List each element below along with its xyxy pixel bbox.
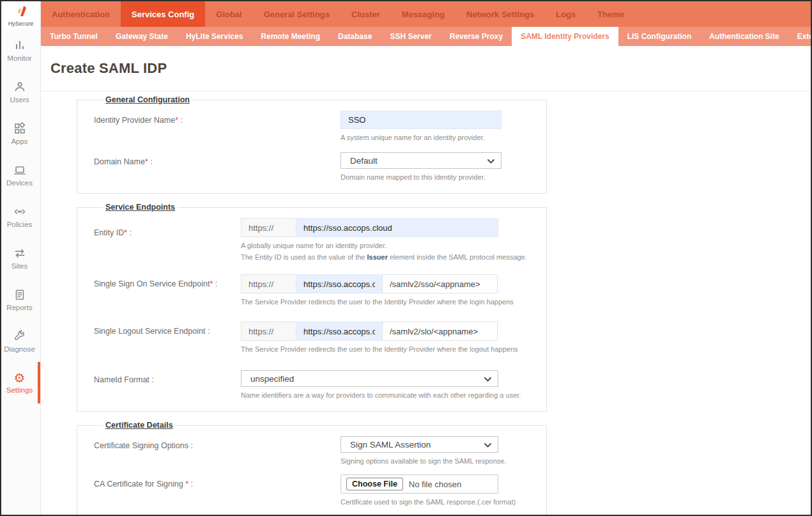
field-row-signing-options: Certificate Signing Options : Sign SAML …: [94, 436, 535, 467]
sso-endpoint-group: https://: [241, 274, 514, 293]
sub-navigation: Turbo Tunnel Gateway State HyLite Servic…: [41, 27, 811, 46]
field-row-entity-id: Entity ID* : https:// A globally unique …: [94, 218, 535, 263]
slo-endpoint-host-input[interactable]: [296, 322, 383, 341]
subtab-reverse-proxy[interactable]: Reverse Proxy: [441, 27, 512, 46]
section-legend: Certificate Details: [103, 421, 176, 430]
field-row-ca-certificate: CA Certificate for Signing * : Choose Fi…: [94, 474, 535, 515]
swap-arrows-icon: [13, 246, 27, 260]
nameid-format-help: Name identifiers are a way for providers…: [241, 390, 521, 401]
sidebar-item-label: Diagnose: [4, 345, 35, 353]
slo-endpoint-path-input[interactable]: [382, 322, 498, 341]
subtab-turbo-tunnel[interactable]: Turbo Tunnel: [41, 27, 107, 46]
subtab-lis-configuration[interactable]: LIS Configuration: [618, 27, 701, 46]
brand-name: HySecure: [8, 20, 34, 27]
hysecure-logo-icon: [14, 4, 28, 20]
ca-certificate-file-input[interactable]: Choose File No file chosen: [341, 474, 498, 494]
tab-general-settings[interactable]: General Settings: [253, 1, 341, 27]
field-row-domain-name: Domain Name* : Default Domain name mappe…: [94, 152, 535, 183]
ca-certificate-choose-file-button[interactable]: Choose File: [346, 478, 403, 490]
signing-options-select[interactable]: Sign SAML Assertion: [341, 436, 498, 453]
subtab-gateway-state[interactable]: Gateway State: [107, 27, 177, 46]
sidebar-item-settings[interactable]: ⚙ Settings: [1, 362, 40, 403]
subtab-ssh-server[interactable]: SSH Server: [381, 27, 440, 46]
ca-certificate-label: CA Certificate for Signing * :: [94, 474, 341, 489]
domain-name-label: Domain Name* :: [94, 152, 341, 166]
idp-name-input[interactable]: [341, 111, 502, 129]
domain-name-select[interactable]: Default: [341, 152, 502, 169]
tab-theme[interactable]: Theme: [586, 1, 635, 27]
tab-logs[interactable]: Logs: [545, 1, 586, 27]
tab-global[interactable]: Global: [205, 1, 252, 27]
sso-endpoint-help: The Service Provider redirects the user …: [241, 297, 514, 308]
subtab-database[interactable]: Database: [329, 27, 381, 46]
tab-network-settings[interactable]: Network Settings: [456, 1, 545, 27]
top-navigation: Authentication Services Config Global Ge…: [41, 1, 811, 27]
idp-name-help: A system unique name for an identity pro…: [341, 132, 502, 143]
sidebar-item-users[interactable]: Users: [1, 71, 40, 113]
sidebar-item-label: Apps: [11, 137, 27, 145]
field-row-nameid-format: NameId Format : unspecified Name identif…: [94, 370, 535, 401]
slo-endpoint-label: Single Logout Service Endpoint :: [94, 322, 241, 336]
sidebar-item-policies[interactable]: Policies: [1, 196, 40, 237]
sidebar-item-label: Reports: [6, 304, 32, 311]
user-icon: [13, 80, 27, 94]
tab-services-config[interactable]: Services Config: [121, 1, 205, 27]
tab-cluster[interactable]: Cluster: [341, 1, 391, 27]
entity-id-help-2: The Entity ID is used as the value of th…: [241, 252, 527, 263]
laptop-icon: [13, 163, 27, 177]
content-divider: [41, 91, 811, 91]
ca-certificate-file-status: No file chosen: [409, 480, 461, 489]
sidebar-item-devices[interactable]: Devices: [1, 154, 40, 196]
signing-options-label: Certificate Signing Options :: [94, 436, 341, 450]
brand-logo[interactable]: HySecure: [1, 1, 40, 29]
sidebar-item-reports[interactable]: Reports: [1, 279, 40, 320]
nameid-format-select[interactable]: unspecified: [241, 370, 498, 387]
entity-id-help-1: A globally unique name for an identity p…: [241, 240, 527, 251]
domain-name-help: Domain name mapped to this identity prov…: [341, 172, 502, 183]
sso-endpoint-host-input[interactable]: [296, 274, 383, 293]
app-window: HySecure Monitor Users: [1, 1, 811, 515]
sidebar-item-label: Monitor: [7, 54, 31, 62]
section-legend: General Configuration: [103, 95, 192, 104]
gear-icon: ⚙: [14, 371, 26, 384]
sidebar: HySecure Monitor Users: [1, 1, 41, 515]
sidebar-item-monitor[interactable]: Monitor: [1, 29, 40, 71]
sidebar-item-apps[interactable]: Apps: [1, 113, 40, 154]
subtab-remote-meeting[interactable]: Remote Meeting: [252, 27, 329, 46]
nameid-format-label: NameId Format :: [94, 370, 241, 384]
sidebar-item-label: Users: [10, 96, 29, 104]
subtab-hylite-services[interactable]: HyLite Services: [177, 27, 252, 46]
ca-certificate-help: Certificate used to sign the SAML respon…: [341, 497, 516, 508]
slo-endpoint-help: The Service Provider redirects the user …: [241, 344, 518, 355]
bar-chart-icon: [13, 38, 27, 52]
page-title: Create SAML IDP: [50, 60, 811, 77]
signing-options-help: Signing options available to sign the SA…: [341, 456, 506, 467]
field-row-slo-endpoint: Single Logout Service Endpoint : https:/…: [94, 322, 535, 355]
chevron-down-icon: [487, 156, 494, 166]
subtab-authentication-site[interactable]: Authentication Site: [700, 27, 788, 46]
sidebar-item-diagnose[interactable]: Diagnose: [1, 320, 40, 362]
apps-grid-icon: [13, 121, 27, 136]
tab-authentication[interactable]: Authentication: [41, 1, 121, 27]
subtab-saml-identity-providers[interactable]: SAML Identity Providers: [512, 27, 618, 46]
chevron-down-icon: [484, 374, 491, 384]
main-area: Authentication Services Config Global Ge…: [41, 1, 811, 515]
sso-endpoint-label: Single Sign On Service Endpoint* :: [94, 274, 241, 288]
chevron-down-icon: [484, 440, 491, 450]
sidebar-item-label: Policies: [7, 221, 33, 228]
entity-id-group: https://: [241, 218, 527, 237]
entity-id-input[interactable]: [296, 218, 498, 237]
sidebar-item-sites[interactable]: Sites: [1, 237, 40, 279]
sso-endpoint-scheme: https://: [241, 274, 296, 293]
entity-id-scheme: https://: [241, 218, 296, 237]
field-row-sso-endpoint: Single Sign On Service Endpoint* : https…: [94, 274, 535, 308]
code-brackets-icon: [13, 205, 27, 219]
page-content: Create SAML IDP General Configuration Id…: [41, 46, 811, 515]
section-general-configuration: General Configuration Identity Provider …: [77, 95, 547, 194]
subtab-external-authentication[interactable]: External Authentication: [788, 27, 812, 46]
sso-endpoint-path-input[interactable]: [382, 274, 498, 293]
tab-messaging[interactable]: Messaging: [391, 1, 456, 27]
document-icon: [13, 288, 27, 302]
field-row-idp-name: Identity Provider Name* : A system uniqu…: [94, 111, 535, 143]
section-legend: Service Endpoints: [103, 203, 178, 212]
